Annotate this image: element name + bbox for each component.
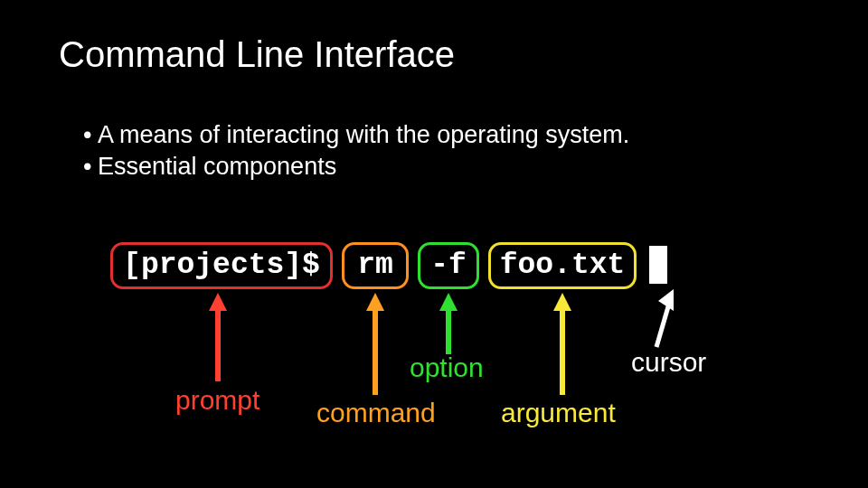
svg-marker-3 [366,293,384,311]
cursor-block [649,246,667,284]
bullet-text: Essential components [98,153,336,180]
bullet-icon: • [83,119,98,151]
arrow-command [362,293,389,397]
bullet-item: •A means of interacting with the operati… [83,119,629,151]
prompt-text: [projects]$ [123,249,320,282]
label-cursor: cursor [631,347,706,378]
command-box: rm [342,242,409,289]
slide: Command Line Interface •A means of inter… [0,0,868,488]
svg-marker-1 [209,293,227,311]
bullet-icon: • [83,151,98,183]
prompt-box: [projects]$ [110,242,333,289]
command-text: rm [357,249,393,282]
bullet-text: A means of interacting with the operatin… [98,121,629,148]
svg-marker-7 [553,293,571,311]
svg-line-8 [656,304,669,347]
argument-box: foo.txt [488,242,637,289]
arrow-cursor [646,287,682,351]
slide-title: Command Line Interface [59,34,455,75]
bullet-list: •A means of interacting with the operati… [83,119,629,183]
label-option: option [410,352,484,383]
arrow-argument [549,293,576,397]
label-argument: argument [501,398,616,428]
option-box: -f [418,242,479,289]
cli-diagram: [projects]$ rm -f foo.txt [110,233,779,441]
label-command: command [316,398,436,428]
arrow-option [435,293,462,356]
svg-marker-5 [439,293,458,311]
bullet-item: •Essential components [83,151,629,183]
argument-text: foo.txt [500,249,626,282]
arrow-prompt [204,293,231,383]
option-text: -f [430,249,467,282]
label-prompt: prompt [175,385,259,416]
